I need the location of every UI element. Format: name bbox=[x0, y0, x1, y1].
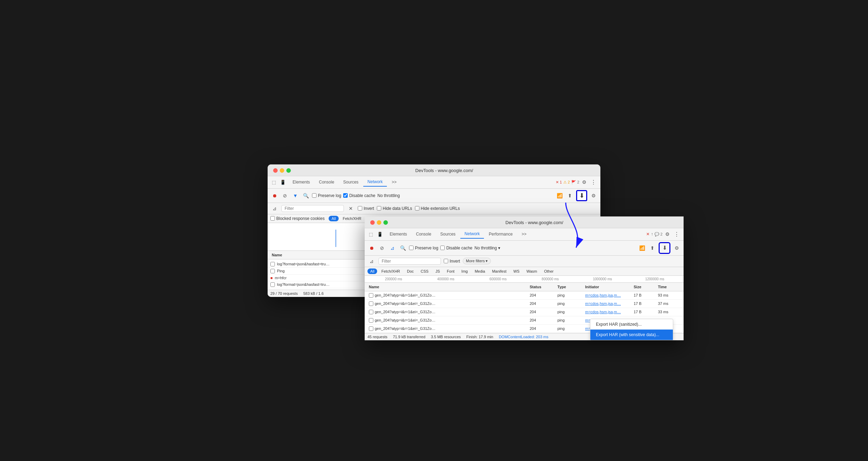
export-har-sensitive-item[interactable]: Export HAR (with sensitive data)... bbox=[590, 330, 673, 340]
front-filter-row-icon[interactable]: ⊿ bbox=[367, 257, 376, 265]
search-icon[interactable]: 🔍 bbox=[302, 191, 310, 200]
front-tab-more[interactable]: >> bbox=[518, 230, 531, 238]
front-settings-icon-2[interactable]: ⚙ bbox=[672, 244, 681, 252]
close-button[interactable] bbox=[273, 168, 278, 173]
front-row-1-initiator[interactable]: m=cdos,hsm,jsa,m… bbox=[584, 301, 632, 307]
row-checkbox-1[interactable] bbox=[270, 269, 275, 273]
wifi-icon[interactable]: 📶 bbox=[555, 191, 564, 200]
front-row-0-checkbox[interactable] bbox=[369, 293, 373, 298]
type-btn-all[interactable]: All bbox=[329, 216, 338, 221]
front-table-row-2[interactable]: gen_204?atyp=i&r=1&ei=_G31Zo… 204 ping m… bbox=[365, 308, 684, 316]
more-icon[interactable]: ⋮ bbox=[589, 178, 598, 187]
filter-icon-2[interactable]: ⊿ bbox=[270, 204, 279, 213]
blocked-cookies-label[interactable]: Blocked response cookies bbox=[270, 216, 324, 221]
front-invert-checkbox[interactable] bbox=[444, 259, 448, 263]
type-btn-fetchxhr[interactable]: Fetch/XHR bbox=[340, 216, 364, 221]
front-row-3-checkbox[interactable] bbox=[369, 318, 373, 323]
front-table-row-0[interactable]: gen_204?atyp=i&r=1&ei=_G31Zo… 204 ping m… bbox=[365, 291, 684, 300]
front-row-2-checkbox[interactable] bbox=[369, 310, 373, 314]
record-stop-icon[interactable]: ⏺ bbox=[270, 191, 279, 200]
download-har-button[interactable]: ⬇ bbox=[576, 190, 587, 201]
front-tab-elements[interactable]: Elements bbox=[385, 230, 411, 238]
maximize-button[interactable] bbox=[286, 168, 291, 173]
front-record-icon[interactable]: ⏺ bbox=[367, 244, 376, 252]
blocked-cookies-checkbox[interactable] bbox=[270, 216, 275, 221]
minimize-button[interactable] bbox=[280, 168, 284, 173]
front-type-media[interactable]: Media bbox=[472, 268, 488, 274]
front-more-icon[interactable]: ⋮ bbox=[672, 230, 681, 239]
front-type-js[interactable]: JS bbox=[433, 268, 443, 274]
front-type-img[interactable]: Img bbox=[459, 268, 470, 274]
front-minimize-button[interactable] bbox=[377, 220, 381, 225]
device-icon[interactable]: 📱 bbox=[279, 179, 287, 186]
hide-data-label[interactable]: Hide data URLs bbox=[377, 206, 412, 211]
front-tab-console[interactable]: Console bbox=[412, 230, 435, 238]
front-arrow-icon[interactable]: ↑ bbox=[651, 232, 653, 237]
invert-label[interactable]: Invert bbox=[358, 206, 374, 211]
tab-network[interactable]: Network bbox=[363, 178, 387, 187]
front-disable-cache-label[interactable]: Disable cache bbox=[440, 246, 472, 250]
front-preserve-log-checkbox[interactable] bbox=[409, 246, 414, 250]
inspect-icon[interactable]: ⬚ bbox=[270, 179, 277, 186]
tab-sources[interactable]: Sources bbox=[339, 178, 363, 186]
front-search-icon[interactable]: 🔍 bbox=[399, 244, 407, 252]
front-upload-icon[interactable]: ⬆ bbox=[648, 244, 657, 252]
front-type-ws[interactable]: WS bbox=[511, 268, 522, 274]
front-wifi-icon[interactable]: 📶 bbox=[638, 244, 646, 252]
row-checkbox-0[interactable] bbox=[270, 262, 275, 266]
hide-ext-checkbox[interactable] bbox=[415, 206, 419, 211]
front-type-other[interactable]: Other bbox=[541, 268, 556, 274]
invert-checkbox[interactable] bbox=[358, 206, 362, 211]
upload-icon[interactable]: ⬆ bbox=[566, 191, 574, 200]
settings-icon[interactable]: ⚙ bbox=[581, 178, 588, 186]
export-har-sanitized-item[interactable]: Export HAR (sanitized)... bbox=[590, 319, 673, 330]
tab-console[interactable]: Console bbox=[315, 178, 338, 186]
front-tab-performance[interactable]: Performance bbox=[485, 230, 517, 238]
disable-cache-checkbox[interactable] bbox=[343, 193, 348, 198]
clear-icon[interactable]: ⊘ bbox=[281, 191, 289, 200]
front-filter-icon[interactable]: ⊿ bbox=[388, 244, 397, 252]
front-filter-input[interactable] bbox=[379, 258, 441, 265]
hide-ext-label[interactable]: Hide extension URLs bbox=[415, 206, 460, 211]
front-settings-icon[interactable]: ⚙ bbox=[664, 230, 671, 238]
front-more-filters-btn[interactable]: More filters ▾ bbox=[463, 258, 491, 264]
row-checkbox-3[interactable] bbox=[270, 282, 275, 287]
front-type-all[interactable]: All bbox=[367, 268, 377, 274]
disable-cache-label[interactable]: Disable cache bbox=[343, 193, 375, 198]
front-disable-cache-checkbox[interactable] bbox=[440, 246, 445, 250]
front-row-2-initiator[interactable]: m=cdos,hsm,jsa,m… bbox=[584, 309, 632, 315]
front-type-manifest[interactable]: Manifest bbox=[489, 268, 509, 274]
front-row-1-checkbox[interactable] bbox=[369, 301, 373, 306]
front-close-button[interactable] bbox=[370, 220, 375, 225]
front-maximize-button[interactable] bbox=[383, 220, 388, 225]
front-preserve-log-label[interactable]: Preserve log bbox=[409, 246, 438, 250]
clear-filter-icon[interactable]: ✕ bbox=[347, 204, 355, 213]
front-invert-label[interactable]: Invert bbox=[444, 259, 460, 264]
settings-icon-2[interactable]: ⚙ bbox=[589, 191, 598, 200]
front-table-row-1[interactable]: gen_204?atyp=i&r=1&ei=_G31Zo… 204 ping m… bbox=[365, 300, 684, 308]
front-row-4-checkbox[interactable] bbox=[369, 326, 373, 331]
preserve-log-label[interactable]: Preserve log bbox=[312, 193, 341, 198]
throttle-select[interactable]: No throttling bbox=[377, 193, 400, 198]
front-type-css[interactable]: CSS bbox=[418, 268, 432, 274]
filter-icon[interactable]: ▼ bbox=[291, 191, 300, 200]
tab-elements[interactable]: Elements bbox=[288, 178, 314, 186]
hide-data-checkbox[interactable] bbox=[377, 206, 381, 211]
filter-input[interactable] bbox=[281, 205, 344, 212]
front-clear-icon[interactable]: ⊘ bbox=[378, 244, 386, 252]
front-type-doc[interactable]: Doc bbox=[404, 268, 417, 274]
front-row-0-initiator[interactable]: m=cdos,hsm,jsa,m… bbox=[584, 292, 632, 298]
preserve-log-checkbox[interactable] bbox=[312, 193, 316, 198]
front-type-fetchxhr[interactable]: Fetch/XHR bbox=[379, 268, 403, 274]
front-device-icon[interactable]: 📱 bbox=[376, 231, 384, 238]
front-row-3-name: gen_204?atyp=i&r=1&ei=_G31Zo… bbox=[367, 317, 528, 323]
front-type-wasm[interactable]: Wasm bbox=[524, 268, 540, 274]
tab-more[interactable]: >> bbox=[388, 178, 401, 186]
front-tab-sources[interactable]: Sources bbox=[436, 230, 460, 238]
front-error-icon[interactable]: ✕ bbox=[646, 232, 650, 237]
front-type-font[interactable]: Font bbox=[444, 268, 457, 274]
front-inspect-icon[interactable]: ⬚ bbox=[367, 231, 374, 238]
front-download-btn[interactable]: ⬇ bbox=[660, 244, 669, 252]
front-tab-network[interactable]: Network bbox=[460, 230, 484, 239]
front-throttle-select[interactable]: No throttling ▾ bbox=[475, 246, 500, 250]
